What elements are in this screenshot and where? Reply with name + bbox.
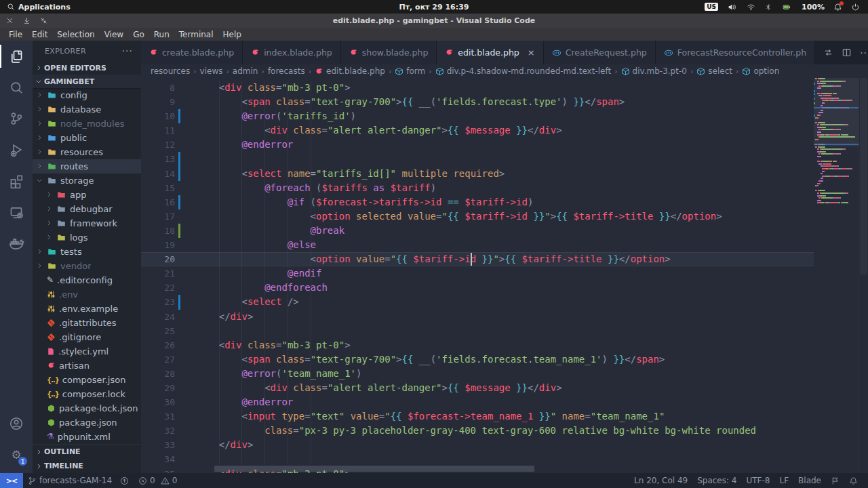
code-line-32[interactable]: 32 class="px-3 py-3 placeholder-gray-400… (141, 424, 868, 438)
tree-item-dot-env.example[interactable]: .env.example (33, 302, 141, 316)
tree-item-node_modules[interactable]: node_modules (33, 117, 141, 131)
tree-item-tests[interactable]: tests (33, 245, 141, 259)
code-line-11[interactable]: 11 <div class="alert alert-danger">{{ $m… (141, 123, 868, 138)
activitybar-extensions[interactable] (0, 165, 33, 197)
tab-show.blade.php[interactable]: show.blade.php (341, 41, 437, 64)
status-language-mode[interactable]: Blade (793, 473, 826, 488)
tree-item-framework[interactable]: framework (33, 216, 141, 230)
tree-item-config[interactable]: config (33, 88, 141, 102)
vertical-scrollbar[interactable] (859, 78, 868, 473)
menu-selection[interactable]: Selection (52, 29, 99, 40)
code-line-17[interactable]: 17 <option selected value="{{ $tariff->i… (141, 209, 868, 224)
code-line-22[interactable]: 22 @endforeach (141, 281, 868, 295)
wifi-icon[interactable] (746, 3, 756, 12)
more-actions-icon[interactable]: ··· (860, 47, 868, 58)
breadcrumb-item[interactable]: option (742, 66, 779, 76)
code-line-34[interactable]: 34 (141, 452, 868, 466)
tree-item-dot-styleci.yml[interactable]: .styleci.yml (33, 344, 141, 359)
code-editor[interactable]: 8 <div class="mb-3 pt-0">9 <span class="… (141, 78, 868, 473)
split-editor-icon[interactable] (842, 47, 852, 58)
code-line-31[interactable]: 31 <input type="text" value="{{ $forecas… (141, 409, 868, 424)
close-window-icon[interactable] (6, 17, 14, 24)
menu-view[interactable]: View (100, 29, 128, 40)
restore-window-icon[interactable] (40, 17, 47, 24)
code-line-30[interactable]: 30 @enderror (141, 395, 868, 409)
minimap[interactable] (814, 78, 859, 473)
keyboard-layout-indicator[interactable]: us (705, 3, 718, 11)
tab-index.blade.php[interactable]: index.blade.php (243, 41, 341, 64)
code-line-8[interactable]: 8 <div class="mb-3 pt-0"> (141, 81, 868, 95)
tab-create.blade.php[interactable]: create.blade.php (141, 41, 243, 64)
tree-item-package-lock.json[interactable]: package-lock.json (33, 401, 141, 415)
volume-icon[interactable] (727, 3, 737, 12)
clock[interactable]: Пт, окт 29 16:39 (399, 3, 469, 12)
tree-item-dot-editorconfig[interactable]: ✎.editorconfig (33, 273, 141, 287)
menu-go[interactable]: Go (128, 29, 149, 40)
section-outline[interactable]: OUTLINE (33, 445, 141, 459)
tree-item-app[interactable]: app (33, 188, 141, 202)
problems-status[interactable]: 0 0 (134, 473, 182, 488)
tree-item-vendor[interactable]: vendor (33, 259, 141, 273)
status-encoding[interactable]: UTF-8 (742, 473, 775, 488)
code-line-27[interactable]: 27 <span class="text-gray-700">{{ __('fi… (141, 352, 868, 367)
activitybar-search[interactable] (0, 72, 33, 103)
activitybar-settings[interactable]: ⚙1 (0, 439, 33, 470)
activitybar-run-debug[interactable] (0, 134, 33, 165)
breadcrumb-item[interactable]: views (200, 66, 223, 76)
workspace-root-section[interactable]: GAMINGBET (33, 75, 141, 88)
tree-item-resources[interactable]: resources (33, 145, 141, 159)
section-timeline[interactable]: TIMELINE (33, 459, 141, 473)
breadcrumb-item[interactable]: div.p-4.shadow-md.rounded-md.text-left (435, 66, 612, 76)
code-line-26[interactable]: 26 <div class="mb-3 pt-0"> (141, 338, 868, 352)
compare-changes-icon[interactable] (823, 47, 833, 58)
open-editors-section[interactable]: OPEN EDITORS (33, 61, 141, 75)
code-line-19[interactable]: 19 @else (141, 238, 868, 252)
tab-ForecastResourceController.ph[interactable]: ForecastResourceController.ph (656, 41, 815, 64)
activitybar-source-control[interactable] (0, 103, 33, 134)
tree-item-composer.lock[interactable]: {..}composer.lock (33, 387, 141, 401)
notifications-bell-icon[interactable] (833, 3, 842, 12)
code-line-20[interactable]: 20 <option value="{{ $tariff->id }}">{{ … (141, 252, 868, 266)
code-line-9[interactable]: 9 <span class="text-gray-700">{{ __('fie… (141, 95, 868, 109)
code-line-23[interactable]: 23 <select /> (141, 295, 868, 309)
breadcrumb-item[interactable]: resources (151, 66, 190, 76)
minimize-window-icon[interactable] (23, 17, 31, 24)
status-cursor-position[interactable]: Ln 20, Col 49 (629, 473, 692, 488)
tree-item-storage[interactable]: storage (33, 174, 141, 188)
code-line-21[interactable]: 21 @endif (141, 266, 868, 281)
breadcrumb-item[interactable]: select (696, 66, 732, 76)
menu-run[interactable]: Run (149, 29, 174, 40)
tree-item-dot-gitattributes[interactable]: .gitattributes (33, 316, 141, 330)
activitybar-remote-explorer[interactable] (0, 197, 33, 228)
power-icon[interactable] (851, 3, 860, 12)
tab-CreateRequest.php[interactable]: CreateRequest.php (544, 41, 656, 64)
tab-edit.blade.php[interactable]: edit.blade.php× (437, 41, 543, 64)
minimap-slider[interactable] (814, 78, 859, 146)
code-line-33[interactable]: 33 </div> (141, 438, 868, 452)
code-line-13[interactable]: 13 (141, 152, 868, 166)
activitybar-docker[interactable] (0, 228, 33, 259)
explorer-more-actions-icon[interactable]: ··· (122, 45, 133, 56)
tab-close-icon[interactable]: × (528, 47, 535, 58)
applications-menu[interactable]: Applications (0, 3, 77, 12)
publish-changes-icon[interactable] (120, 476, 129, 485)
status-eol[interactable]: LF (774, 473, 793, 488)
tree-item-routes[interactable]: routes (33, 159, 141, 174)
menu-terminal[interactable]: Terminal (174, 29, 218, 40)
menu-edit[interactable]: Edit (27, 29, 52, 40)
menu-help[interactable]: Help (218, 29, 246, 40)
tree-item-logs[interactable]: logs (33, 230, 141, 245)
code-line-24[interactable]: 24 </div> (141, 310, 868, 324)
status-indentation[interactable]: Spaces: 4 (692, 473, 741, 488)
tree-item-composer.json[interactable]: {..}composer.json (33, 373, 141, 387)
breadcrumb-item[interactable]: form (395, 66, 425, 76)
remote-indicator[interactable]: >< (0, 473, 23, 488)
breadcrumb-item[interactable]: admin (233, 66, 258, 76)
tree-item-dot-env[interactable]: .env (33, 287, 141, 302)
feedback[interactable] (826, 473, 844, 488)
tree-item-public[interactable]: public (33, 131, 141, 145)
code-line-14[interactable]: 14 <select name="tariffs_id[]" multiple … (141, 167, 868, 181)
breadcrumb-item[interactable]: forecasts (268, 66, 305, 76)
activitybar-account[interactable] (0, 408, 33, 439)
tree-item-debugbar[interactable]: debugbar (33, 202, 141, 216)
